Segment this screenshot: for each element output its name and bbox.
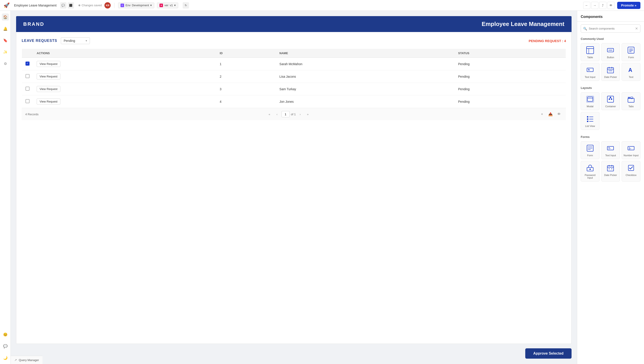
checkbox-icon <box>626 163 636 172</box>
preview-btn[interactable]: 👁 <box>607 2 614 9</box>
query-manager[interactable]: ↗ Query Manager <box>11 356 42 364</box>
view-request-btn-3[interactable]: View Request <box>37 86 60 92</box>
component-list-view[interactable]: List View <box>581 112 600 130</box>
svg-point-19 <box>610 70 611 71</box>
number-input-icon: 1- <box>626 144 636 153</box>
search-input[interactable] <box>589 27 633 30</box>
redo-btn[interactable]: → <box>591 2 598 9</box>
component-password-input[interactable]: Password Input <box>581 161 600 181</box>
view-request-btn-4[interactable]: View Request <box>37 98 60 105</box>
search-box[interactable]: 🔍 ✕ <box>581 24 640 33</box>
save-status-label: Changes saved <box>82 4 102 7</box>
table-label: Table <box>587 56 593 59</box>
view-request-btn-1[interactable]: View Request <box>37 61 60 67</box>
sidebar-item-bookmark[interactable]: 🔖 <box>2 37 9 44</box>
svg-rect-34 <box>587 116 588 117</box>
topbar-nav: ← → ⤴ 👁 <box>583 2 614 9</box>
app-header: BRAND Employee Leave Management <box>16 16 572 32</box>
sidebar-item-settings[interactable]: ⚙ <box>2 60 9 67</box>
page-input[interactable] <box>282 111 290 117</box>
export-btn[interactable]: 📥 <box>547 111 554 117</box>
topbar: 🚀 Employee Leave Management 💬 ⬛ Changes … <box>0 0 644 11</box>
component-date-picker-2[interactable]: Date Picker <box>601 161 620 181</box>
row-4-id: 4 <box>216 95 276 108</box>
container-icon <box>606 95 615 104</box>
component-date-picker[interactable]: Date Picker <box>601 63 620 81</box>
component-checkbox[interactable]: Checkbox <box>622 161 640 181</box>
row-4-action: View Request <box>33 95 216 108</box>
pagination: « ‹ of 1 › » <box>266 111 311 117</box>
ver-chevron: ▾ <box>174 4 176 7</box>
sidebar-item-help[interactable]: 😊 <box>2 331 9 338</box>
env-prefix: Env <box>126 4 130 7</box>
component-form[interactable]: Form <box>622 43 640 61</box>
last-page-btn[interactable]: » <box>304 111 311 117</box>
comment-icon-btn[interactable]: 💬 <box>60 2 66 9</box>
row-2-status: Pending <box>454 70 566 83</box>
component-tabs[interactable]: Tabs <box>622 92 640 110</box>
tabs-icon <box>626 95 636 104</box>
status-filter[interactable]: Pending ▾ <box>61 37 90 44</box>
button-label: Button <box>607 56 614 59</box>
component-form-2[interactable]: Form <box>581 141 600 159</box>
table-row: View Request 2 Lisa Jacons Pending <box>22 70 566 83</box>
prev-page-btn[interactable]: ‹ <box>274 111 280 117</box>
filter-view-btn[interactable]: 👁 <box>556 111 562 117</box>
table-icon <box>586 46 594 55</box>
page-of: of 1 <box>291 113 296 116</box>
env-selector[interactable]: E Env Development ▾ <box>118 3 154 8</box>
refresh-btn[interactable]: ↻ <box>183 2 189 9</box>
sidebar-item-notifications[interactable]: 🔔 <box>2 25 9 32</box>
text-input-2-label: Text Input <box>605 154 616 157</box>
component-text[interactable]: A Text <box>622 63 640 81</box>
svg-point-49 <box>590 168 591 170</box>
component-text-input-2[interactable]: T- Text Input <box>601 141 620 159</box>
row-2-checkbox[interactable] <box>26 74 30 78</box>
records-count: 4 Records <box>25 113 38 116</box>
row-3-id: 3 <box>216 83 276 95</box>
component-container[interactable]: Container <box>601 92 620 110</box>
table-actions: + 📥 👁 <box>539 111 562 117</box>
row-1-name: Sarah McMahon <box>276 58 454 70</box>
row-1-checkbox[interactable] <box>26 62 30 66</box>
leave-requests-header: LEAVE REQUESTS Pending ▾ PENDING REQUEST… <box>22 37 566 44</box>
user-avatar[interactable]: KR <box>104 2 111 9</box>
add-row-btn[interactable]: + <box>539 111 546 117</box>
search-clear-icon[interactable]: ✕ <box>635 27 638 31</box>
table-row: View Request 1 Sarah McMahon Pending <box>22 58 566 70</box>
component-text-input[interactable]: T- Text Input <box>581 63 600 81</box>
next-page-btn[interactable]: › <box>297 111 303 117</box>
sidebar-item-home[interactable]: 🏠 <box>2 14 9 21</box>
approve-selected-button[interactable]: Approve Selected <box>525 348 572 359</box>
promote-button[interactable]: Promote » <box>617 2 640 9</box>
col-header-actions: ACTIONS <box>33 49 216 58</box>
row-4-checkbox[interactable] <box>26 99 30 103</box>
row-2-checkbox-cell <box>22 70 33 83</box>
copy-icon-btn[interactable]: ⬛ <box>68 2 74 9</box>
save-status: Changes saved <box>78 4 102 7</box>
component-modal[interactable]: Modal <box>581 92 600 110</box>
query-manager-label: Query Manager <box>19 358 39 362</box>
share-btn[interactable]: ⤴ <box>599 2 606 9</box>
sidebar-item-chat[interactable]: 💬 <box>2 342 9 350</box>
version-selector[interactable]: ♥ ver v1 ▾ <box>157 3 178 8</box>
sidebar-item-planet[interactable]: 🌙 <box>2 354 9 361</box>
row-1-action: View Request <box>33 58 216 70</box>
sidebar-item-magic[interactable]: ✨ <box>2 48 9 56</box>
svg-point-55 <box>611 168 612 169</box>
row-1-status: Pending <box>454 58 566 70</box>
svg-rect-0 <box>586 47 594 54</box>
view-request-btn-2[interactable]: View Request <box>37 73 60 79</box>
component-table[interactable]: Table <box>581 43 600 61</box>
svg-point-20 <box>611 70 612 71</box>
leave-requests-title: LEAVE REQUESTS <box>22 39 57 43</box>
password-input-label: Password Input <box>582 174 598 179</box>
svg-text:T-: T- <box>608 147 611 150</box>
undo-btn[interactable]: ← <box>583 2 590 9</box>
topbar-title: Employee Leave Management <box>14 4 56 7</box>
component-number-input[interactable]: 1- Number Input <box>622 141 640 159</box>
first-page-btn[interactable]: « <box>266 111 272 117</box>
row-3-checkbox[interactable] <box>26 87 30 91</box>
form-2-icon <box>586 144 594 153</box>
component-button[interactable]: Button <box>601 43 620 61</box>
